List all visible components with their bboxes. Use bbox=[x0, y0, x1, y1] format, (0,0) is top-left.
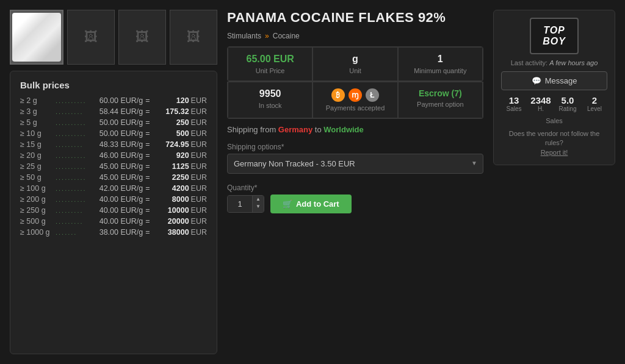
bulk-dots: ............. bbox=[56, 174, 85, 181]
price-amount: 65.00 bbox=[247, 54, 271, 64]
bulk-price-per: 60.00 EUR/g bbox=[88, 96, 143, 105]
shipping-options-label: Shipping options* bbox=[227, 143, 483, 151]
bulk-qty: ≥ 50 g bbox=[20, 173, 53, 182]
quantity-label: Quantity* bbox=[227, 184, 483, 192]
image-row: 🖼 🖼 🖼 bbox=[10, 10, 217, 65]
bulk-prices-box: Bulk prices ≥ 2 g ................. 60.0… bbox=[10, 71, 217, 354]
add-to-cart-button[interactable]: 🛒 Add to Cart bbox=[270, 194, 352, 213]
bulk-prices-title: Bulk prices bbox=[20, 80, 207, 90]
bulk-currency: EUR bbox=[191, 195, 207, 204]
bulk-price-per: 48.33 EUR/g bbox=[88, 140, 143, 149]
bulk-total: 500 bbox=[153, 129, 189, 138]
payment-icons: ₿ ɱ Ł bbox=[319, 88, 391, 102]
sales-value: 13 bbox=[509, 95, 519, 105]
level-label: Level bbox=[587, 105, 602, 112]
bulk-price-per: 45.00 EUR/g bbox=[88, 162, 143, 171]
vendor-logo-text: TOPBOY bbox=[543, 25, 566, 46]
bulk-price-row: ≥ 5 g ................. 50.00 EUR/g = 25… bbox=[20, 118, 207, 127]
bulk-rows-container: ≥ 2 g ................. 60.00 EUR/g = 12… bbox=[20, 96, 207, 237]
quantity-stepper[interactable]: ▲ ▼ bbox=[252, 196, 264, 212]
sales-stat: 13 Sales bbox=[501, 95, 527, 112]
bulk-qty: ≥ 1000 g bbox=[20, 228, 53, 237]
stock-value: 9950 bbox=[234, 88, 306, 99]
bulk-equals: = bbox=[145, 206, 150, 215]
breadcrumb-category[interactable]: Stimulants bbox=[227, 32, 261, 40]
bulk-dots: ......... bbox=[56, 207, 85, 214]
breadcrumb-subcategory[interactable]: Cocaine bbox=[273, 32, 300, 40]
bulk-total: 8000 bbox=[153, 195, 189, 204]
qty-up-button[interactable]: ▲ bbox=[253, 196, 264, 203]
bulk-price-row: ≥ 500 g ......... 40.00 EUR/g = 20000 EU… bbox=[20, 217, 207, 226]
quantity-input-wrapper[interactable]: ▲ ▼ bbox=[227, 195, 264, 213]
bulk-total: 120 bbox=[153, 96, 189, 105]
litecoin-icon: Ł bbox=[366, 88, 379, 102]
bulk-currency: EUR bbox=[191, 162, 207, 171]
shipping-info: Shipping from Germany to Worldwide bbox=[227, 125, 483, 134]
shipping-from-value: Germany bbox=[278, 125, 312, 134]
bulk-qty: ≥ 5 g bbox=[20, 118, 53, 127]
thumbnail-1[interactable]: 🖼 bbox=[67, 10, 115, 65]
bulk-equals: = bbox=[145, 173, 150, 182]
bulk-dots: ......... bbox=[56, 141, 85, 148]
bulk-total: 38000 bbox=[153, 228, 189, 237]
breadcrumb: Stimulants » Cocaine bbox=[227, 32, 483, 40]
bulk-price-per: 40.00 EUR/g bbox=[88, 206, 143, 215]
bulk-dots: ................. bbox=[56, 119, 85, 126]
hours-value: 2348 bbox=[530, 95, 551, 105]
bulk-total: 20000 bbox=[153, 217, 189, 226]
qty-down-button[interactable]: ▼ bbox=[253, 203, 264, 210]
bulk-dots: ................. bbox=[56, 97, 85, 104]
thumbnail-2[interactable]: 🖼 bbox=[118, 10, 166, 65]
bulk-equals: = bbox=[145, 162, 150, 171]
unit-label: Unit bbox=[319, 67, 391, 74]
bulk-currency: EUR bbox=[191, 206, 207, 215]
bulk-currency: EUR bbox=[191, 228, 207, 237]
shipping-select-wrapper[interactable]: Germany Non Tracked - 3.50 EUR bbox=[227, 151, 483, 174]
bulk-dots: ............. bbox=[56, 196, 85, 203]
info-grid-bottom: 9950 In stock ₿ ɱ Ł Payments accepted Es… bbox=[227, 82, 483, 119]
bulk-price-per: 40.00 EUR/g bbox=[88, 195, 143, 204]
bulk-price-row: ≥ 200 g ............. 40.00 EUR/g = 8000… bbox=[20, 195, 207, 204]
min-qty-label: Minimum quantity bbox=[405, 67, 476, 74]
image-placeholder-icon: 🖼 bbox=[84, 29, 98, 45]
image-placeholder-icon: 🖼 bbox=[187, 29, 200, 45]
breadcrumb-arrow: » bbox=[265, 32, 269, 40]
rating-value: 5.0 bbox=[562, 95, 574, 105]
shipping-select[interactable]: Germany Non Tracked - 3.50 EUR bbox=[227, 154, 483, 174]
payments-label: Payments accepted bbox=[319, 104, 391, 112]
report-message: Does the vendor not follow the rules? bbox=[509, 130, 600, 146]
bulk-dots: ......... bbox=[56, 218, 85, 225]
bulk-price-row: ≥ 2 g ................. 60.00 EUR/g = 12… bbox=[20, 96, 207, 105]
vendor-logo[interactable]: TOPBOY bbox=[530, 18, 579, 54]
bulk-price-per: 42.00 EUR/g bbox=[88, 184, 143, 193]
bitcoin-icon: ₿ bbox=[331, 88, 345, 102]
cocaine-visual bbox=[12, 13, 61, 62]
stock-label: In stock bbox=[234, 102, 306, 109]
report-text: Does the vendor not follow the rules? Re… bbox=[501, 129, 607, 157]
bulk-equals: = bbox=[145, 129, 150, 138]
bulk-currency: EUR bbox=[191, 118, 207, 127]
bulk-equals: = bbox=[145, 217, 150, 226]
info-grid-top: 65.00 EUR Unit Price g Unit 1 Minimum qu… bbox=[227, 46, 483, 119]
vendor-box: TOPBOY Last activity: A few hours ago 💬 … bbox=[493, 10, 615, 165]
last-activity-value: A few hours ago bbox=[549, 59, 598, 66]
unit-value: g bbox=[319, 54, 391, 65]
bulk-currency: EUR bbox=[191, 173, 207, 182]
bulk-price-per: 40.00 EUR/g bbox=[88, 217, 143, 226]
last-activity-label: Last activity: bbox=[511, 59, 548, 66]
bulk-dots: ................. bbox=[56, 152, 85, 159]
price-label: Unit Price bbox=[234, 67, 306, 74]
escrow-label: Payment option bbox=[405, 101, 476, 108]
quantity-input[interactable] bbox=[228, 196, 252, 212]
main-product-image[interactable] bbox=[10, 10, 63, 65]
message-button[interactable]: 💬 Message bbox=[501, 71, 607, 90]
bulk-equals: = bbox=[145, 118, 150, 127]
quantity-row: ▲ ▼ 🛒 Add to Cart bbox=[227, 194, 483, 213]
bulk-qty: ≥ 250 g bbox=[20, 206, 53, 215]
shipping-options-section: Shipping options* Germany Non Tracked - … bbox=[227, 140, 483, 174]
vendor-stats: 13 Sales 2348 H. 5.0 Rating 2 Level bbox=[501, 95, 607, 112]
bulk-currency: EUR bbox=[191, 140, 207, 149]
bulk-total: 2250 bbox=[153, 173, 189, 182]
report-link[interactable]: Report it! bbox=[541, 149, 568, 156]
thumbnail-3[interactable]: 🖼 bbox=[170, 10, 217, 65]
